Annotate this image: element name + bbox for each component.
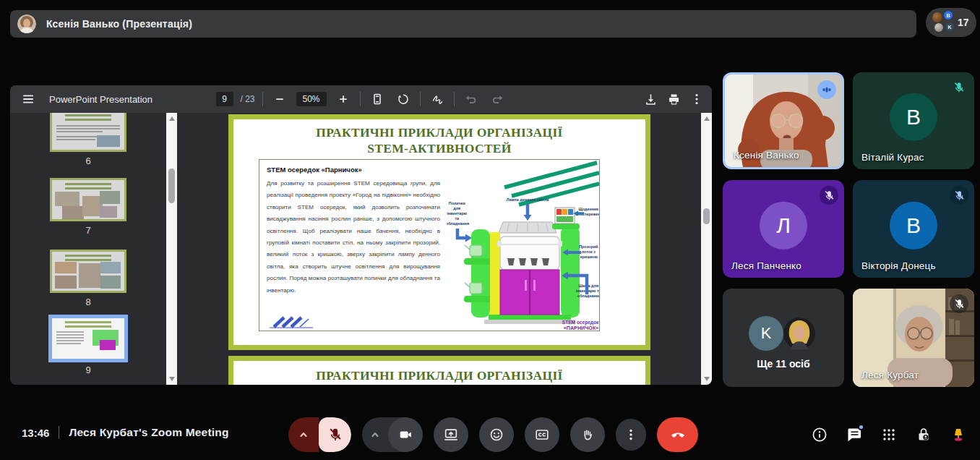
video-tile-viktoria-donets[interactable]: B Вікторія Донець [853, 180, 974, 278]
lamp-label: Лампа денного світла [507, 197, 550, 202]
page-fit-icon[interactable] [368, 90, 387, 108]
thumbnail-slide-8[interactable]: 8 [50, 250, 126, 307]
presenter-avatar-image [17, 14, 36, 33]
participant-mini-avatar [932, 12, 942, 22]
thumbnail-slide-7[interactable]: 7 [50, 178, 126, 236]
tile-name-label: Ксенія Ванько [734, 150, 799, 161]
redo-icon[interactable] [488, 90, 507, 108]
shelves-label: Полички для інвентарю та обладнання [447, 201, 469, 226]
tray-label: Прозорий лоток з кришкою [579, 244, 599, 259]
clock-time: 13:46 [22, 427, 49, 439]
scroll-down-arrow-icon[interactable] [704, 377, 710, 381]
present-screen-button[interactable] [434, 417, 468, 452]
slide-10-page-partial: ПРАКТИЧНІ ПРИКЛАДИ ОРГАНІЗАЦІЇ [228, 356, 650, 385]
rotate-icon[interactable] [394, 90, 413, 108]
undo-icon[interactable] [462, 90, 481, 108]
document-scrollbar[interactable] [701, 113, 712, 385]
tile-name-label: Вікторія Донець [861, 260, 936, 271]
slide-text-column: STEM осередок «Парничок» Для розвитку та… [259, 160, 446, 331]
meet-window: Ксенія Ванько (Презентація) B K 17 Power… [0, 0, 980, 460]
mic-off-icon [950, 294, 968, 313]
thumbnail-slide-6[interactable]: 6 [50, 113, 126, 166]
divider [59, 426, 59, 439]
zoom-in-icon[interactable] [334, 90, 353, 108]
video-tile-lesia-kurbat[interactable]: Леся Курбат [853, 289, 974, 387]
blue-stripes-decoration [268, 316, 326, 328]
end-call-button[interactable] [657, 417, 698, 452]
participant-mini-badge-k: K [945, 22, 954, 31]
chat-notification-dot [858, 424, 864, 430]
participants-pill[interactable]: B K 17 [926, 8, 976, 37]
avatar: B [890, 93, 937, 141]
mic-off-button[interactable] [319, 417, 351, 452]
call-controls [288, 417, 698, 452]
camera-button[interactable] [388, 417, 423, 452]
slide-title: ПРАКТИЧНІ ПРИКЛАДИ ОРГАНІЗАЦІЇ STEM-АКТИ… [233, 124, 645, 156]
more-icon[interactable] [687, 90, 706, 108]
page-total-label: / 23 [240, 94, 254, 104]
download-icon[interactable] [641, 90, 660, 108]
toolbar-divider [454, 92, 455, 106]
video-tile-ksenia-vanko[interactable]: Ксенія Ванько [723, 72, 844, 169]
camera-control-group [362, 417, 423, 452]
tile-name-label: Леся Панченко [731, 260, 801, 271]
meeting-name: Леся Курбат's Zoom Meeting [69, 426, 228, 439]
apps-grid-icon[interactable] [880, 426, 898, 443]
raise-hand-button[interactable] [570, 417, 605, 452]
thumbnail-scrollbar-thumb[interactable] [168, 169, 175, 203]
mic-options-chevron[interactable] [288, 417, 319, 452]
overflow-count-label: Ще 11 осіб [723, 358, 844, 370]
scroll-up-arrow-icon[interactable] [704, 116, 710, 121]
participant-count: 17 [958, 17, 969, 28]
zoom-level-value[interactable]: 50% [296, 92, 327, 106]
pointer-icon[interactable] [950, 426, 967, 443]
transparent-tray [497, 237, 562, 270]
document-scrollbar-thumb[interactable] [703, 208, 710, 224]
host-controls-icon[interactable] [915, 426, 932, 443]
document-area[interactable]: ПРАКТИЧНІ ПРИКЛАДИ ОРГАНІЗАЦІЇ STEM-АКТИ… [178, 113, 701, 385]
toolbar-divider [360, 92, 361, 106]
slide-heading: STEM осередок «Парничок» [267, 166, 440, 174]
shared-presentation-viewer: PowerPoint Presentation / 23 50% [10, 85, 712, 385]
scroll-down-arrow-icon[interactable] [169, 377, 175, 381]
more-options-button[interactable] [616, 419, 646, 451]
tile-name-label: Леся Курбат [861, 370, 919, 380]
thumbnail-scrollbar[interactable] [166, 113, 177, 385]
thumbnail-slide-9-selected[interactable]: 9 [50, 316, 126, 375]
document-title: PowerPoint Presentation [49, 94, 152, 105]
viewer-body: 6 7 [10, 113, 712, 385]
watering-can [465, 283, 483, 294]
participant-mini-avatar [934, 23, 943, 32]
presenter-avatar [17, 14, 36, 33]
slide-9-page: ПРАКТИЧНІ ПРИКЛАДИ ОРГАНІЗАЦІЇ STEM-АКТИ… [228, 114, 650, 350]
avatar-photo [783, 318, 815, 349]
next-slide-title: ПРАКТИЧНІ ПРИКЛАДИ ОРГАНІЗАЦІЇ [233, 367, 645, 383]
annotate-icon[interactable] [428, 90, 447, 108]
scroll-up-arrow-icon[interactable] [169, 116, 175, 121]
chat-icon[interactable] [846, 426, 863, 443]
video-tile-lesia-panchenko[interactable]: Л Леся Панченко [723, 180, 844, 278]
cabinet [500, 270, 559, 315]
viewer-page-zoom-controls: / 23 50% [215, 85, 506, 113]
video-tile-vitaliy-kuras[interactable]: B Віталій Курас [853, 72, 974, 169]
print-icon[interactable] [664, 90, 683, 108]
mic-control-group [288, 417, 351, 452]
camera-options-chevron[interactable] [362, 417, 388, 452]
diary-label: Щоденник спостережень [575, 207, 599, 216]
menu-icon[interactable] [19, 90, 38, 108]
meeting-info: 13:46 Леся Курбат's Zoom Meeting [22, 426, 229, 439]
info-icon[interactable] [811, 426, 828, 443]
observation-diary [555, 208, 575, 223]
shelves-arrow [457, 229, 465, 238]
mic-off-icon [950, 186, 968, 205]
audio-activity-icon [817, 80, 836, 99]
overflow-participants-tile[interactable]: K Ще 11 осіб [723, 289, 844, 387]
zoom-out-icon[interactable] [270, 90, 289, 108]
reactions-button[interactable] [479, 417, 514, 452]
toolbar-divider [420, 92, 421, 106]
toolbar-divider [262, 92, 263, 106]
page-number-input[interactable] [215, 92, 233, 106]
captions-button[interactable] [525, 417, 559, 452]
overflow-avatars: K [749, 316, 818, 349]
avatar: Л [760, 201, 807, 249]
